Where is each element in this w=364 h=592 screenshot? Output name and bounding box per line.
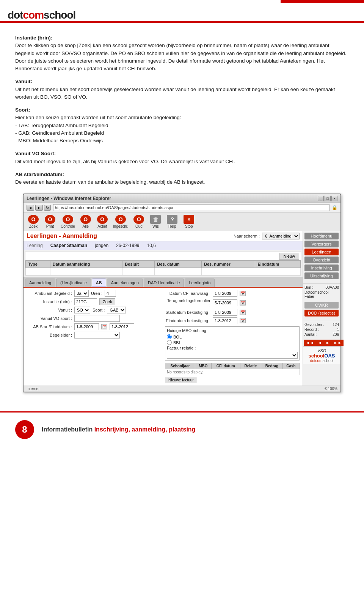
gevonden-label: Gevonden : (304, 323, 324, 327)
print-button[interactable]: O Print (42, 214, 58, 229)
stop-button[interactable]: × Stop (181, 214, 196, 229)
begeleider-label: Begeleider : (27, 333, 72, 337)
uren-input[interactable] (105, 290, 116, 297)
actief-button[interactable]: O Actief (95, 214, 110, 229)
browser-address-bar: ◄ ► ↻ 🔒 (24, 203, 340, 213)
einddatum-input[interactable] (213, 317, 237, 324)
nieuwe-factuur-button[interactable]: Nieuwe factuur (165, 377, 197, 383)
startdatum-input[interactable] (213, 309, 237, 316)
begeleider-select[interactable] (74, 332, 120, 339)
tab-herindicatie[interactable]: (Her-)Indicatie (56, 279, 91, 287)
tab-leerlinginfo[interactable]: Leerlinginfo (185, 279, 215, 287)
hoofdmenu-button[interactable]: Hoofdmenu (304, 233, 339, 239)
verzorgers-button[interactable]: Verzorgers (304, 241, 339, 247)
section-vanuit-vo-text: Dit veld moet ingevuld te zijn, als bij … (15, 159, 235, 164)
school-o: school (308, 353, 324, 359)
first-button[interactable]: ◄◄ (304, 340, 316, 346)
table-row (26, 268, 301, 275)
actief-icon: O (97, 215, 108, 224)
stop-icon: × (184, 215, 194, 224)
tabs-bar: Aanmelding (Her-)Indicatie AB Aantekenin… (24, 277, 303, 288)
back-button[interactable]: ◄ (27, 205, 34, 211)
cell-besluit (122, 268, 155, 275)
cell-type (26, 268, 50, 275)
tab-dad[interactable]: DAD Herindicatie (144, 279, 184, 287)
einddatum-calendar-icon[interactable]: 📅 (240, 318, 246, 323)
ambulant-row: Ambulant Begeleid : Ja Uren : (27, 290, 161, 297)
student-dob: 26-02-1999 (116, 243, 139, 248)
last-button[interactable]: ►► (332, 340, 344, 346)
alle-button[interactable]: O Alle (78, 214, 93, 229)
col-cfi-datum: CFI datum (211, 363, 240, 369)
form-left: Ambulant Begeleid : Ja Uren : Instantie … (27, 290, 161, 383)
vanuit-select[interactable]: SO (74, 307, 90, 313)
instantie-input[interactable] (74, 298, 97, 305)
bol-radio[interactable] (167, 334, 172, 339)
ab-datum-row: AB Start/Einddatum : 📅 (27, 323, 161, 330)
ambulant-select[interactable]: Ja (74, 290, 89, 297)
nav-buttons[interactable]: ◄ ► ↻ (27, 205, 51, 211)
section-instantie-text: Door te klikken op de knop [Zoek] kan ee… (15, 43, 347, 71)
help-button[interactable]: ? Help (165, 214, 180, 229)
ab-start-input[interactable] (74, 323, 99, 330)
uitschrijving-button[interactable]: Uitschrijving (304, 272, 339, 279)
leerling-label: Leerling (27, 243, 43, 248)
dod-button[interactable]: DOD (selectie) (304, 310, 339, 316)
terugmelding-input[interactable] (213, 299, 237, 306)
refresh-button[interactable]: ↻ (44, 205, 51, 211)
terugmelding-calendar-icon[interactable]: 📅 (240, 300, 246, 305)
navigation-arrows[interactable]: ◄◄ ◄ ► ►► (303, 339, 340, 346)
wis-button[interactable]: 🗑 Wis (148, 214, 163, 229)
instantie-zoek-button[interactable]: Zoek (99, 298, 115, 305)
tab-aanmelding[interactable]: Aanmelding (25, 279, 55, 287)
tab-ab[interactable]: AB (92, 279, 106, 287)
oud-button[interactable]: O Oud (131, 214, 146, 229)
stop-label: Stop (185, 224, 193, 228)
school-oas-logo: schoolOAS (304, 353, 339, 359)
next-button[interactable]: ► (324, 340, 332, 346)
lock-icon: 🔒 (332, 205, 337, 210)
leerlingen-button[interactable]: Leerlingen (304, 249, 339, 255)
ab-datum-label: AB Start/Einddatum : (27, 324, 72, 329)
actief-label: Actief (97, 224, 107, 228)
gevonden-value: 124 (333, 323, 339, 327)
soort-select[interactable]: GAB (107, 307, 126, 313)
close-button[interactable]: × (331, 196, 337, 201)
bbl-row: BBL (167, 340, 298, 345)
tab-aantekeningen[interactable]: Aantekeningen (107, 279, 143, 287)
zoek-label: Zoek (29, 224, 38, 228)
address-input[interactable] (53, 204, 329, 211)
browser-controls[interactable]: _ □ × (318, 196, 337, 201)
overzicht-button[interactable]: Overzicht (304, 257, 339, 263)
bbl-radio[interactable] (167, 340, 172, 345)
bottom-logos: VSO schoolOAS dotcomschool (303, 346, 340, 364)
naar-scherm-select[interactable]: 6. Aanmelding (262, 233, 300, 239)
startdatum-calendar-icon[interactable]: 📅 (240, 310, 246, 315)
ab-start-calendar-icon[interactable]: 📅 (101, 324, 107, 329)
zoek-button[interactable]: O Zoek (26, 214, 41, 229)
oud-label: Oud (135, 224, 143, 228)
maximize-button[interactable]: □ (325, 196, 331, 201)
nieuw-button[interactable]: Nieuw (279, 253, 299, 260)
inschrijving-button[interactable]: Inschrijving (304, 265, 339, 271)
datum-cfi-input[interactable] (213, 290, 237, 297)
record-label: Record : (304, 327, 319, 332)
controle-button[interactable]: O Controle (59, 214, 77, 229)
ab-end-input[interactable] (110, 323, 134, 330)
col-type: Type (26, 261, 50, 268)
ingeschr-button[interactable]: O Ingeschr. (111, 214, 130, 229)
vanuit-vo-input[interactable] (74, 315, 120, 322)
owkr-button[interactable]: OWKR (304, 302, 339, 309)
ingeschr-icon: O (115, 215, 126, 224)
col-besluit: Besluit (122, 261, 155, 268)
prev-button[interactable]: ◄ (316, 340, 324, 346)
section-vanuit: Vanuit: Uit het het rolmenu kan het soor… (15, 78, 349, 101)
datum-cfi-calendar-icon[interactable]: 📅 (240, 291, 246, 296)
forward-button[interactable]: ► (35, 205, 43, 211)
section-soort-title: Soort: (15, 107, 30, 113)
section-vanuit-text: Uit het het rolmenu kan het soort onderw… (15, 87, 335, 100)
factuur-select[interactable] (167, 352, 298, 359)
wis-icon: 🗑 (150, 215, 161, 224)
minimize-button[interactable]: _ (318, 196, 324, 201)
browser-window: Leerlingen - Windows Internet Explorer _… (23, 194, 341, 392)
